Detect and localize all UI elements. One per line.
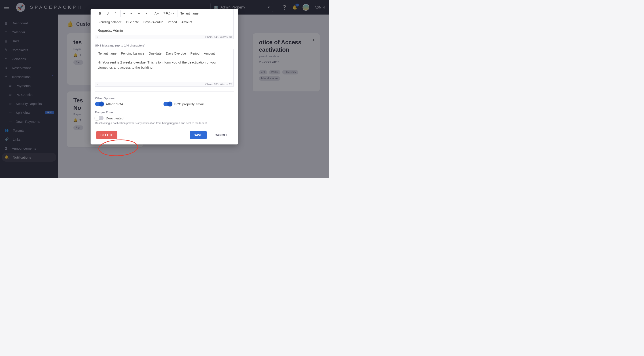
underline-button[interactable]: U xyxy=(104,10,111,17)
placeholder-amount[interactable]: Amount xyxy=(180,19,194,26)
italic-button[interactable]: I xyxy=(112,10,118,17)
delete-button[interactable]: DELETE xyxy=(96,131,118,139)
sms-placeholder-pending-balance[interactable]: Pending balance xyxy=(119,50,146,57)
placeholder-due-date[interactable]: Due date xyxy=(124,19,141,26)
font-color-button[interactable]: A ▾ xyxy=(152,10,160,17)
email-words: Words: 31 xyxy=(220,36,232,39)
align-right-button[interactable]: ≡ xyxy=(136,10,142,17)
sms-body-editor[interactable]: Hi! Your rent is 2 weeks overdue. This i… xyxy=(95,58,234,82)
attach-soa-toggle[interactable] xyxy=(95,102,104,106)
bold-button[interactable]: B xyxy=(96,10,103,17)
deactivated-label: Deactivated xyxy=(106,116,124,120)
placeholder-tenant-name[interactable]: Tenant name xyxy=(178,10,200,17)
sms-editor-footer: ⌗ Chars: 100 Words: 23 xyxy=(95,82,234,86)
placeholder-period[interactable]: Period xyxy=(166,19,179,26)
edit-notification-modal: B U I ≡ ≡ ≡ ≡ A ▾ T�か ▾ Tenant name Pend… xyxy=(90,9,238,144)
email-placeholder-toolbar: Pending balance Due date Days Overdue Pe… xyxy=(95,18,234,26)
align-justify-button[interactable]: ≡ xyxy=(143,10,150,17)
sms-placeholder-toolbar: Tenant name Pending balance Due date Day… xyxy=(95,49,234,58)
other-options-label: Other Options xyxy=(95,96,234,100)
cancel-button[interactable]: CANCEL xyxy=(211,131,232,139)
sms-chars: Chars: 100 xyxy=(205,83,218,86)
align-left-button[interactable]: ≡ xyxy=(120,10,127,17)
danger-zone-label: Danger Zone xyxy=(95,111,234,114)
align-center-button[interactable]: ≡ xyxy=(128,10,134,17)
resize-handle-icon[interactable]: ⌗ xyxy=(96,36,98,38)
sms-placeholder-tenant-name[interactable]: Tenant name xyxy=(96,50,118,57)
email-format-toolbar: B U I ≡ ≡ ≡ ≡ A ▾ T�か ▾ Tenant name xyxy=(95,9,234,18)
placeholder-days-overdue[interactable]: Days Overdue xyxy=(142,19,165,26)
email-editor-footer: ⌗ Chars: 145 Words: 31 xyxy=(95,35,234,39)
sms-placeholder-period[interactable]: Period xyxy=(189,50,201,57)
email-chars: Chars: 145 xyxy=(205,36,218,39)
font-size-button[interactable]: T�か ▾ xyxy=(162,10,176,17)
resize-handle-icon[interactable]: ⌗ xyxy=(96,83,98,86)
sms-placeholder-amount[interactable]: Amount xyxy=(202,50,216,57)
attach-soa-label: Attach SOA xyxy=(106,102,123,106)
sms-words: Words: 23 xyxy=(220,83,232,86)
placeholder-pending-balance[interactable]: Pending balance xyxy=(96,19,124,26)
bcc-label: BCC property email xyxy=(174,102,204,106)
deactivated-toggle[interactable] xyxy=(95,116,104,120)
deactivated-note: Deactivating a notification prevents any… xyxy=(95,122,234,125)
sms-section-label: SMS Message (up to 140 characters) xyxy=(95,44,234,47)
sms-placeholder-days-overdue[interactable]: Days Overdue xyxy=(164,50,188,57)
email-body-editor[interactable]: Regards, Admin xyxy=(95,26,234,35)
bcc-property-toggle[interactable] xyxy=(164,102,172,106)
save-button[interactable]: SAVE xyxy=(190,131,206,139)
sms-placeholder-due-date[interactable]: Due date xyxy=(147,50,163,57)
